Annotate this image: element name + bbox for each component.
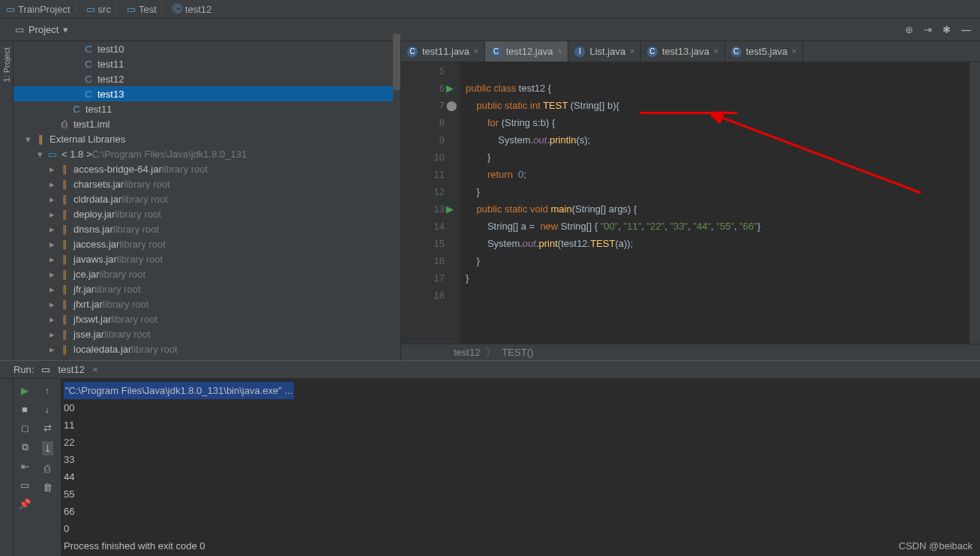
console-command: "C:\Program Files\Java\jdk1.8.0_131\bin\…: [64, 382, 294, 399]
tree-arrow-icon[interactable]: ▸: [49, 284, 58, 295]
tree-item[interactable]: ▸∥jfr.jar library root: [13, 281, 400, 296]
locate-icon[interactable]: ⊕: [905, 24, 913, 35]
collapse-icon[interactable]: ⇥: [924, 24, 932, 35]
override-icon[interactable]: ⬤: [446, 97, 457, 114]
exit-icon[interactable]: ⇤: [21, 461, 29, 472]
file-icon: ∥: [58, 284, 70, 295]
tree-item[interactable]: ▸∥jfxswt.jar library root: [13, 311, 400, 326]
tree-item-hint: library root: [103, 299, 148, 310]
run-line-icon[interactable]: ▶: [446, 200, 454, 218]
code-area[interactable]: 56▶7⬤8910111213▶1415161718 public class …: [401, 62, 980, 344]
crumb[interactable]: TrainProject: [18, 4, 70, 15]
crumb[interactable]: test12: [454, 347, 480, 358]
tree-item[interactable]: Ctest11: [13, 101, 400, 116]
tree-item[interactable]: ▸∥localedata.jar library root: [13, 341, 400, 356]
console[interactable]: "C:\Program Files\Java\jdk1.8.0_131\bin\…: [61, 379, 980, 556]
close-icon[interactable]: ×: [92, 364, 98, 375]
trash-icon[interactable]: 🗑: [43, 482, 52, 493]
tree-scrollbar[interactable]: [393, 34, 400, 341]
run-line-icon[interactable]: ▶: [446, 80, 454, 97]
tree-arrow-icon[interactable]: ▸: [49, 209, 58, 220]
tree-item[interactable]: Ctest10: [13, 41, 400, 56]
tree-item[interactable]: ▸∥charsets.jar library root: [13, 176, 400, 191]
tree-item[interactable]: ▸∥jaccess.jar library root: [13, 236, 400, 251]
tree-arrow-icon[interactable]: ▸: [49, 239, 58, 250]
tree-item[interactable]: ▾∥External Libraries: [13, 131, 400, 146]
tree-arrow-icon[interactable]: ▸: [49, 179, 58, 190]
tree-item[interactable]: ▸∥cldrdata.jar library root: [13, 191, 400, 206]
tree-arrow-icon[interactable]: ▸: [49, 299, 58, 310]
scroll-icon[interactable]: ⤓: [42, 441, 53, 455]
run-config-name[interactable]: test12: [58, 364, 84, 375]
tree-item[interactable]: ▾▭< 1.8 > C:\Program Files\Java\jdk1.8.0…: [13, 146, 400, 161]
crumb[interactable]: test12: [185, 4, 211, 15]
crumb[interactable]: TEST(): [502, 347, 533, 358]
file-icon: C: [731, 47, 742, 57]
close-icon[interactable]: ×: [630, 47, 634, 56]
close-icon[interactable]: ×: [714, 47, 718, 56]
tree-arrow-icon[interactable]: ▸: [49, 269, 58, 280]
file-icon: C: [82, 74, 94, 85]
file-icon: ∥: [58, 164, 70, 175]
tree-item[interactable]: ▸∥javaws.jar library root: [13, 251, 400, 266]
editor-tab[interactable]: Ctest11.java×: [401, 41, 485, 62]
tree-item[interactable]: ▸∥access-bridge-64.jar library root: [13, 161, 400, 176]
tree-item[interactable]: ▸∥jfxrt.jar library root: [13, 296, 400, 311]
stop-icon[interactable]: ■: [22, 404, 28, 415]
layout-icon[interactable]: ⧉: [22, 441, 28, 453]
editor-scrollbar[interactable]: [970, 62, 980, 344]
tree-item[interactable]: ▸∥jce.jar library root: [13, 266, 400, 281]
hide-icon[interactable]: —: [961, 24, 971, 35]
tree-item-hint: C:\Program Files\Java\jdk1.8.0_131: [91, 149, 247, 160]
editor-tab[interactable]: Ctest5.java×: [725, 41, 804, 62]
folder-icon: ▭: [127, 4, 136, 15]
editor-tab[interactable]: Ctest12.java×: [485, 41, 569, 62]
down-icon[interactable]: ↓: [45, 404, 50, 415]
wrap-icon[interactable]: ⇄: [43, 422, 52, 434]
tree-arrow-icon[interactable]: ▸: [49, 224, 58, 235]
tree-item[interactable]: ▸∥dnsns.jar library root: [13, 221, 400, 236]
project-view-icon: ▭: [15, 24, 24, 35]
crumb[interactable]: Test: [139, 4, 157, 15]
tab-label: test12.java: [506, 46, 553, 57]
tree-arrow-icon[interactable]: ▸: [49, 314, 58, 325]
settings-icon[interactable]: ✱: [943, 24, 951, 35]
code-body[interactable]: public class test12 { public static int …: [460, 62, 970, 344]
tree-arrow-icon[interactable]: ▸: [49, 344, 58, 355]
editor-tab[interactable]: Ctest13.java×: [641, 41, 725, 62]
tree-item[interactable]: ⎙test1.iml: [13, 116, 400, 131]
sidebar-tab-project[interactable]: 1: Project: [2, 47, 11, 82]
dropdown-icon[interactable]: ▾: [63, 24, 68, 35]
expand-icon[interactable]: ▭: [20, 479, 29, 491]
tree-arrow-icon[interactable]: ▾: [37, 149, 46, 160]
tree-item-label: < 1.8 >: [61, 149, 91, 160]
project-icon: ▭: [6, 4, 15, 15]
tree-item[interactable]: ▸∥jsse.jar library root: [13, 326, 400, 341]
file-icon: ∥: [58, 209, 70, 220]
tree-arrow-icon[interactable]: ▸: [49, 164, 58, 175]
rerun-icon[interactable]: ▶: [21, 385, 28, 396]
tree-item[interactable]: Ctest12: [13, 71, 400, 86]
file-icon: ∥: [58, 344, 70, 355]
tree-item[interactable]: Ctest13: [13, 86, 400, 101]
up-icon[interactable]: ↑: [45, 385, 50, 396]
tree-item[interactable]: ▸∥deploy.jar library root: [13, 206, 400, 221]
crumb[interactable]: src: [98, 4, 111, 15]
camera-icon[interactable]: ◻: [21, 422, 29, 434]
tree-item-label: javaws.jar: [73, 254, 117, 265]
gutter: 56▶7⬤8910111213▶1415161718: [401, 62, 460, 344]
console-line: 11: [61, 416, 980, 434]
tree-arrow-icon[interactable]: ▸: [49, 329, 58, 340]
tree-item[interactable]: Ctest11: [13, 56, 400, 71]
print-icon[interactable]: ⎙: [44, 463, 50, 474]
close-icon[interactable]: ×: [558, 47, 562, 56]
project-view-label[interactable]: Project: [28, 24, 58, 35]
tree-arrow-icon[interactable]: ▸: [49, 194, 58, 205]
editor-tab[interactable]: IList.java×: [568, 41, 641, 62]
close-icon[interactable]: ×: [792, 47, 796, 56]
project-tree[interactable]: Ctest10Ctest11Ctest12Ctest13Ctest11⎙test…: [13, 41, 401, 360]
close-icon[interactable]: ×: [474, 47, 478, 56]
tree-arrow-icon[interactable]: ▸: [49, 254, 58, 265]
pin-icon[interactable]: 📌: [19, 498, 31, 509]
tree-arrow-icon[interactable]: ▾: [25, 134, 34, 145]
